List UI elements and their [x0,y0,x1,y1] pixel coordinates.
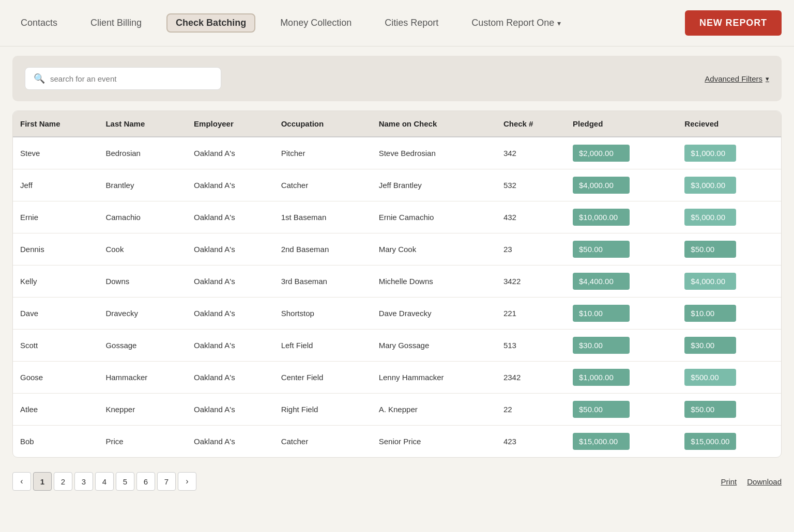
page-1-button[interactable]: 1 [33,472,52,491]
cell-occupation: Left Field [274,330,372,362]
table-row: DennisCookOakland A's2nd BasemanMary Coo… [13,233,781,265]
page-6-button[interactable]: 6 [136,472,155,491]
cell-name-on-check: Michelle Downs [372,265,496,298]
cell-check-num: 3422 [496,265,566,298]
cell-received-badge: $500.00 [684,369,736,386]
page-2-button[interactable]: 2 [54,472,72,491]
pagination-bar: ‹ 1 2 3 4 5 6 7 › Print Download [0,463,794,500]
cell-pledged: $50.00 [566,394,677,426]
cell-pledged: $50.00 [566,233,677,265]
cell-occupation: Catcher [274,426,372,458]
download-button[interactable]: Download [747,477,782,486]
cell-name-on-check: Senior Price [372,426,496,458]
cell-last: Downs [98,265,187,298]
nav-tab-client-billing[interactable]: Client Billing [82,14,150,32]
cell-first: Goose [13,362,98,394]
prev-page-button[interactable]: ‹ [12,472,31,491]
search-box: 🔍 [25,67,221,90]
next-page-button[interactable]: › [178,472,196,491]
cell-employer: Oakland A's [187,169,274,201]
top-nav: Contacts Client Billing Check Batching M… [0,0,794,46]
page-3-button[interactable]: 3 [74,472,93,491]
nav-tab-contacts[interactable]: Contacts [12,14,66,32]
page-7-button[interactable]: 7 [157,472,176,491]
cell-employer: Oakland A's [187,137,274,169]
cell-pledged-badge: $4,000.00 [573,177,630,194]
cell-employer: Oakland A's [187,233,274,265]
nav-tab-cities-report[interactable]: Cities Report [376,14,447,32]
footer-actions: Print Download [721,477,782,486]
page-5-button[interactable]: 5 [116,472,134,491]
cell-received-badge: $50.00 [684,401,736,418]
cell-occupation: Center Field [274,362,372,394]
col-first-name: First Name [13,111,98,137]
cell-received-badge: $50.00 [684,241,736,258]
cell-first: Dennis [13,233,98,265]
cell-last: Dravecky [98,298,187,330]
cell-name-on-check: Mary Gossage [372,330,496,362]
cell-check-num: 23 [496,233,566,265]
col-occupation: Occupation [274,111,372,137]
cell-pledged: $2,000.00 [566,137,677,169]
cell-last: Gossage [98,330,187,362]
cell-last: Camachio [98,201,187,233]
page-4-button[interactable]: 4 [95,472,114,491]
cell-pledged-badge: $10,000.00 [573,209,630,226]
table-row: BobPriceOakland A'sCatcherSenior Price42… [13,426,781,458]
cell-pledged: $4,400.00 [566,265,677,298]
table-body: SteveBedrosianOakland A'sPitcherSteve Be… [13,137,781,457]
table-row: AtleeKnepperOakland A'sRight FieldA. Kne… [13,394,781,426]
table-row: ErnieCamachioOakland A's1st BasemanErnie… [13,201,781,233]
cell-occupation: Pitcher [274,137,372,169]
cell-check-num: 432 [496,201,566,233]
cell-received: $4,000.00 [677,265,781,298]
cell-employer: Oakland A's [187,394,274,426]
cell-received-badge: $3,000.00 [684,177,736,194]
cell-check-num: 221 [496,298,566,330]
nav-tab-check-batching[interactable]: Check Batching [166,13,255,33]
cell-occupation: 1st Baseman [274,201,372,233]
cell-pledged: $10.00 [566,298,677,330]
cell-received-badge: $5,000.00 [684,209,736,226]
cell-first: Atlee [13,394,98,426]
cell-last: Brantley [98,169,187,201]
search-input[interactable] [50,74,212,83]
cell-name-on-check: Jeff Brantley [372,169,496,201]
cell-name-on-check: Mary Cook [372,233,496,265]
cell-check-num: 532 [496,169,566,201]
cell-name-on-check: Ernie Camachio [372,201,496,233]
cell-received: $15,000.00 [677,426,781,458]
cell-received: $50.00 [677,394,781,426]
data-table: First Name Last Name Employeer Occupatio… [13,111,781,457]
pagination: ‹ 1 2 3 4 5 6 7 › [12,472,196,491]
table-row: GooseHammackerOakland A'sCenter FieldLen… [13,362,781,394]
cell-pledged-badge: $15,000.00 [573,433,630,450]
cell-pledged-badge: $50.00 [573,241,630,258]
nav-tab-money-collection[interactable]: Money Collection [272,14,360,32]
table-row: KellyDownsOakland A's3rd BasemanMichelle… [13,265,781,298]
table-header: First Name Last Name Employeer Occupatio… [13,111,781,137]
cell-occupation: 3rd Baseman [274,265,372,298]
cell-employer: Oakland A's [187,298,274,330]
cell-occupation: Right Field [274,394,372,426]
table-row: JeffBrantleyOakland A'sCatcherJeff Brant… [13,169,781,201]
cell-pledged: $4,000.00 [566,169,677,201]
cell-employer: Oakland A's [187,362,274,394]
cell-last: Price [98,426,187,458]
new-report-button[interactable]: NEW REPORT [685,10,782,36]
print-button[interactable]: Print [721,477,737,486]
cell-pledged: $15,000.00 [566,426,677,458]
advanced-filters-button[interactable]: Advanced Filters [705,74,769,83]
table-container: First Name Last Name Employeer Occupatio… [12,111,782,458]
cell-last: Hammacker [98,362,187,394]
cell-last: Knepper [98,394,187,426]
cell-received: $10.00 [677,298,781,330]
cell-pledged: $10,000.00 [566,201,677,233]
cell-pledged-badge: $50.00 [573,401,630,418]
nav-tab-custom-report-one[interactable]: Custom Report One [463,14,569,32]
col-last-name: Last Name [98,111,187,137]
col-received: Recieved [677,111,781,137]
cell-first: Dave [13,298,98,330]
cell-pledged-badge: $10.00 [573,305,630,322]
cell-received: $50.00 [677,233,781,265]
